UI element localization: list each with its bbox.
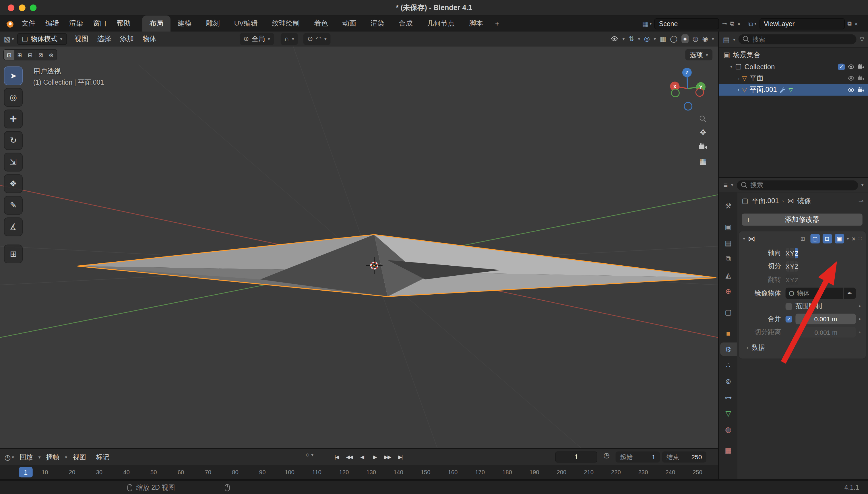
- bisect-z-button[interactable]: Z: [795, 261, 798, 272]
- properties-tab-data[interactable]: ▽: [720, 406, 737, 420]
- properties-tab-world[interactable]: ⊕: [720, 284, 737, 298]
- properties-tab-particles[interactable]: ∴: [720, 359, 737, 372]
- workspace-tab[interactable]: 纹理绘制: [265, 16, 307, 32]
- flip-y-button[interactable]: Y: [790, 274, 794, 285]
- eye-icon[interactable]: [848, 75, 855, 82]
- clock-icon[interactable]: ◷: [603, 452, 610, 459]
- workspace-tab[interactable]: 雕刻: [199, 16, 227, 32]
- animate-dot-icon[interactable]: •: [856, 303, 864, 309]
- editor-type-icon[interactable]: ▤: [723, 36, 730, 43]
- eye-icon[interactable]: [848, 87, 855, 94]
- tool-add-cube[interactable]: ⊞: [4, 244, 23, 263]
- xray-toggle-icon[interactable]: ▥: [660, 35, 666, 42]
- new-scene-icon[interactable]: ⧉: [730, 20, 734, 27]
- topbar-menu-item[interactable]: 渲染: [64, 16, 88, 32]
- camera-icon[interactable]: [857, 87, 865, 94]
- snap-toggle[interactable]: ∩ ▾: [280, 33, 298, 44]
- scene-name-field[interactable]: Scene: [654, 18, 719, 29]
- outliner-row-collection[interactable]: ▾ ▢ Collection ✓: [719, 61, 868, 72]
- shading-rendered-icon[interactable]: ◉: [702, 35, 708, 42]
- topbar-menu-item[interactable]: 文件: [17, 16, 40, 32]
- close-modifier-icon[interactable]: ×: [852, 235, 856, 242]
- editor-type-icon[interactable]: ≡: [724, 182, 728, 189]
- tool-move[interactable]: ✚: [4, 110, 23, 129]
- properties-tab-material[interactable]: ◍: [720, 422, 737, 436]
- merge-checkbox[interactable]: ✓: [786, 316, 792, 322]
- auto-keying-toggle[interactable]: ○ ▾: [306, 452, 314, 458]
- add-modifier-button[interactable]: + 添加修改器: [742, 213, 862, 226]
- options-dropdown[interactable]: 选项 ▾: [685, 49, 713, 60]
- viewport-menu-item[interactable]: 视图: [70, 32, 93, 46]
- transform-orientation-dropdown[interactable]: ⊕ 全局 ▾: [239, 33, 274, 44]
- breadcrumb-object[interactable]: 平面.001: [752, 196, 779, 206]
- tool-cursor[interactable]: ◎: [4, 88, 23, 107]
- properties-tab-scene[interactable]: ◭: [720, 268, 737, 281]
- view-menu[interactable]: 视图: [68, 449, 90, 465]
- workspace-tab[interactable]: UV编辑: [227, 16, 265, 32]
- properties-search-input[interactable]: 搜索: [737, 180, 858, 190]
- topbar-menu-item[interactable]: 编辑: [40, 16, 64, 32]
- data-subpanel-toggle[interactable]: › 数据: [742, 340, 863, 354]
- properties-tab-render[interactable]: ▣: [720, 220, 737, 233]
- modifier-wrench-icon[interactable]: [780, 87, 786, 93]
- flip-z-button[interactable]: Z: [795, 274, 798, 285]
- zoom-icon[interactable]: [700, 116, 706, 122]
- properties-tab-output[interactable]: ▤: [720, 236, 737, 249]
- tool-rotate[interactable]: ↻: [4, 131, 23, 150]
- navigation-gizmo[interactable]: X Y Z: [667, 64, 710, 113]
- outliner-row-scene-collection[interactable]: ▣ 场景集合: [719, 49, 868, 61]
- select-mode-intersect[interactable]: ⊗: [46, 50, 57, 60]
- filter-funnel-icon[interactable]: ▽: [860, 36, 864, 42]
- axis-y-button[interactable]: Y: [790, 248, 794, 259]
- bisect-y-button[interactable]: Y: [790, 261, 794, 272]
- viewport-canvas[interactable]: [0, 32, 718, 448]
- pin-icon[interactable]: ⊸: [858, 197, 864, 205]
- select-mode-subtract[interactable]: ⊟: [25, 50, 36, 60]
- jump-end-button[interactable]: ▶|: [395, 452, 406, 462]
- current-frame-field[interactable]: 1: [555, 452, 597, 463]
- tool-transform[interactable]: ❖: [4, 174, 23, 193]
- axis-z-button[interactable]: Z: [795, 248, 798, 259]
- viewport-menu-item[interactable]: 选择: [93, 32, 115, 46]
- outliner-row-plane[interactable]: › ▽ 平面: [719, 73, 868, 84]
- shading-wireframe-icon[interactable]: ◯: [670, 35, 678, 42]
- frame-start-field[interactable]: 起始 1: [616, 452, 660, 463]
- outliner-search-input[interactable]: 搜索: [739, 34, 856, 44]
- timeline-ruler[interactable]: 1 10203040506070809010011012013014015016…: [0, 465, 718, 479]
- viewport-menu-item[interactable]: 添加: [115, 32, 138, 46]
- viewport-menu-item[interactable]: 物体: [138, 32, 161, 46]
- blender-logo-icon[interactable]: [4, 19, 14, 29]
- workspace-tab[interactable]: 几何节点: [420, 16, 462, 32]
- camera-icon[interactable]: [857, 63, 865, 70]
- workspace-tab[interactable]: 着色: [307, 16, 335, 32]
- editor-type-icon[interactable]: ▧: [4, 35, 11, 42]
- mirror-object-field[interactable]: ▢ 物体: [786, 288, 843, 299]
- tool-measure[interactable]: ∡: [4, 217, 23, 236]
- eye-icon[interactable]: [848, 63, 855, 70]
- expander-icon[interactable]: ›: [738, 76, 739, 81]
- collection-checkbox[interactable]: ✓: [838, 63, 845, 70]
- breadcrumb-modifier[interactable]: 镜像: [797, 196, 811, 206]
- workspace-tab[interactable]: 合成: [391, 16, 420, 32]
- prev-keyframe-button[interactable]: ◀◀: [344, 452, 355, 462]
- pin-icon[interactable]: ⊸: [722, 20, 727, 27]
- play-reverse-button[interactable]: ◀: [356, 452, 368, 462]
- tool-annotate[interactable]: ✎: [4, 196, 23, 215]
- properties-tab-texture[interactable]: ▦: [720, 444, 737, 457]
- play-button[interactable]: ▶: [369, 452, 380, 462]
- playhead-frame-badge[interactable]: 1: [19, 467, 33, 478]
- keying-menu[interactable]: 插帧: [42, 449, 64, 465]
- properties-tab-tool[interactable]: ⚒: [720, 199, 737, 212]
- editor-type-icon[interactable]: ◷: [4, 453, 11, 460]
- camera-view-icon[interactable]: [699, 142, 707, 151]
- visibility-eye-icon[interactable]: [611, 35, 618, 42]
- view-layer-name-field[interactable]: ViewLayer: [759, 18, 845, 29]
- workspace-tab[interactable]: 动画: [335, 16, 363, 32]
- orthographic-grid-icon[interactable]: ▦: [700, 157, 707, 165]
- show-on-cage-toggle[interactable]: ⊞: [798, 234, 808, 244]
- animate-dot-icon[interactable]: •: [856, 316, 864, 322]
- frame-end-field[interactable]: 结束 250: [662, 452, 706, 463]
- overlays-toggle-icon[interactable]: ◎: [644, 35, 650, 42]
- shading-solid-icon[interactable]: ●: [681, 34, 689, 43]
- outliner-row-plane-001[interactable]: › ▽ 平面.001 ▽: [719, 84, 868, 96]
